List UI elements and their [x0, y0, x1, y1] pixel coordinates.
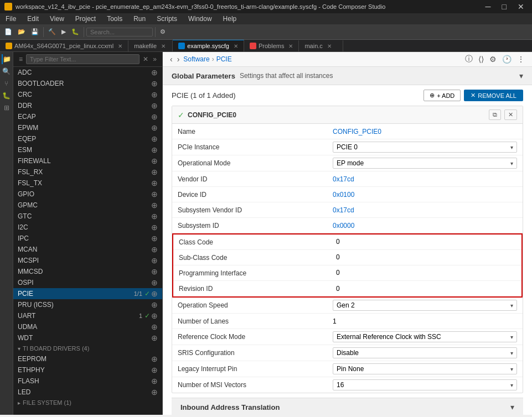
- sidebar-item-ipc[interactable]: IPC ⊕: [13, 233, 162, 244]
- sidebar-add-gpio[interactable]: ⊕: [151, 190, 158, 199]
- minimize-button[interactable]: ─: [482, 2, 494, 11]
- prop-value-subsystem-vendor-id-text[interactable]: 0x17cd: [333, 206, 354, 214]
- sidebar-section-filesystem[interactable]: ▸ FILE SYSTEM (1): [13, 398, 162, 408]
- breadcrumb-software[interactable]: Software: [183, 55, 209, 63]
- tab-makefile[interactable]: makefile ✕: [128, 40, 173, 51]
- sidebar-item-crc[interactable]: CRC ⊕: [13, 89, 162, 100]
- sidebar-item-eeprom[interactable]: EEPROM ⊕: [13, 353, 162, 364]
- menu-tools[interactable]: Tools: [101, 13, 128, 24]
- maximize-button[interactable]: □: [499, 2, 510, 11]
- sidebar-item-bootloader[interactable]: BOOTLOADER ⊕: [13, 78, 162, 89]
- revision-id-input[interactable]: [334, 284, 516, 294]
- prop-value-device-id-text[interactable]: 0x0100: [333, 191, 354, 199]
- menu-edit[interactable]: Edit: [22, 13, 44, 24]
- sidebar-add-crc[interactable]: ⊕: [151, 90, 158, 99]
- sidebar-add-firewall[interactable]: ⊕: [151, 157, 158, 165]
- tab-close-makefile[interactable]: ✕: [161, 43, 166, 49]
- add-pcie-button[interactable]: ⊕ + ADD: [423, 90, 461, 101]
- menu-window[interactable]: Window: [183, 13, 218, 24]
- sidebar-item-ddr[interactable]: DDR ⊕: [13, 100, 162, 111]
- sidebar-add-mcspi[interactable]: ⊕: [151, 256, 158, 265]
- sidebar-add-i2c[interactable]: ⊕: [151, 223, 158, 232]
- sidebar-add-adc[interactable]: ⊕: [151, 68, 158, 77]
- sidebar-add-eqep[interactable]: ⊕: [151, 134, 158, 143]
- menu-file[interactable]: File: [0, 13, 22, 24]
- sidebar-add-esm[interactable]: ⊕: [151, 145, 158, 154]
- sidebar-item-fsl-rx[interactable]: FSL_RX ⊕: [13, 166, 162, 178]
- sub-class-code-input[interactable]: [334, 253, 516, 262]
- menu-project[interactable]: Project: [70, 13, 101, 24]
- class-code-input[interactable]: [334, 237, 516, 247]
- breadcrumb-info-button[interactable]: ⓘ: [463, 54, 474, 64]
- sidebar-item-ospi[interactable]: OSPI ⊕: [13, 277, 162, 288]
- sidebar-item-fsl-tx[interactable]: FSL_TX ⊕: [13, 178, 162, 189]
- toolbar-run[interactable]: ▶: [59, 27, 68, 37]
- sidebar-add-ethphy[interactable]: ⊕: [151, 366, 158, 374]
- sidebar-item-i2c[interactable]: I2C ⊕: [13, 222, 162, 233]
- sidebar-clear-filter[interactable]: ✕: [142, 55, 149, 64]
- sidebar-item-firewall[interactable]: FIREWALL ⊕: [13, 155, 162, 166]
- breadcrumb-forward-button[interactable]: ›: [175, 55, 182, 64]
- toolbar-open[interactable]: 📂: [16, 27, 28, 37]
- sidebar-item-eqep[interactable]: EQEP ⊕: [13, 133, 162, 144]
- sidebar-add-udma[interactable]: ⊕: [151, 322, 158, 331]
- activity-search[interactable]: 🔍: [2, 66, 12, 76]
- close-button[interactable]: ✕: [514, 2, 528, 11]
- activity-git[interactable]: ⑂: [2, 79, 12, 88]
- sidebar-add-fsl-rx[interactable]: ⊕: [151, 168, 158, 176]
- sidebar-collapse-all[interactable]: »: [152, 55, 158, 64]
- sidebar-add-eeprom[interactable]: ⊕: [151, 355, 158, 363]
- remove-all-button[interactable]: ✕ REMOVE ALL: [464, 90, 523, 101]
- sidebar-item-mcan[interactable]: MCAN ⊕: [13, 244, 162, 255]
- sidebar-add-pcie[interactable]: ⊕: [151, 289, 158, 298]
- breadcrumb-code-button[interactable]: ⟨⟩: [477, 54, 485, 64]
- toolbar-save[interactable]: 💾: [29, 27, 41, 37]
- sidebar-add-ddr[interactable]: ⊕: [151, 101, 158, 110]
- prop-value-vendor-id-text[interactable]: 0x17cd: [333, 175, 354, 183]
- reference-clock-mode-select[interactable]: External Reference Clock with SSC ▾: [333, 331, 517, 342]
- tab-close-syscfg[interactable]: ✕: [234, 43, 238, 49]
- sidebar-add-fsl-tx[interactable]: ⊕: [151, 179, 158, 187]
- sidebar-add-pru[interactable]: ⊕: [151, 300, 158, 309]
- tab-main[interactable]: main.c ✕: [299, 40, 343, 51]
- sidebar-item-ecap[interactable]: ECAP ⊕: [13, 111, 162, 122]
- breadcrumb-more-button[interactable]: ⋮: [515, 54, 526, 64]
- window-controls[interactable]: ─ □ ✕: [482, 2, 528, 11]
- toolbar-new[interactable]: 📄: [2, 27, 14, 37]
- sidebar-item-ethphy[interactable]: ETHPHY ⊕: [13, 364, 162, 376]
- sidebar-filter-input[interactable]: [26, 54, 140, 64]
- sidebar-item-gpmc[interactable]: GPMC ⊕: [13, 200, 162, 211]
- tab-ccxml[interactable]: AM64x_S64G0071_pcie_linux.ccxml ✕: [0, 40, 128, 51]
- activity-debug[interactable]: 🐛: [2, 91, 12, 101]
- sidebar-item-esm[interactable]: ESM ⊕: [13, 144, 162, 155]
- sidebar-item-wdt[interactable]: WDT ⊕: [13, 332, 162, 343]
- sidebar-item-pcie[interactable]: PCIE 1/1 ✓ ⊕: [13, 288, 162, 299]
- sidebar-item-adc[interactable]: ADC ⊕: [13, 67, 162, 78]
- toolbar-debug[interactable]: 🐛: [69, 27, 81, 37]
- sidebar-add-mmcsd[interactable]: ⊕: [151, 267, 158, 276]
- tab-close-main[interactable]: ✕: [327, 43, 332, 49]
- breadcrumb-pcie[interactable]: PCIE: [216, 55, 232, 63]
- sidebar-item-flash[interactable]: FLASH ⊕: [13, 376, 162, 387]
- breadcrumb-history-button[interactable]: 🕐: [500, 54, 513, 64]
- menu-scripts[interactable]: Scripts: [151, 13, 183, 24]
- prop-value-name-text[interactable]: CONFIG_PCIE0: [333, 128, 381, 135]
- sidebar-add-gtc[interactable]: ⊕: [151, 212, 158, 221]
- inbound-section-header[interactable]: Inbound Address Translation ▾: [172, 398, 523, 415]
- sidebar-add-ospi[interactable]: ⊕: [151, 278, 158, 287]
- config-delete-button[interactable]: ✕: [504, 110, 517, 120]
- prop-value-subsystem-id-text[interactable]: 0x0000: [333, 222, 354, 230]
- activity-explorer[interactable]: 📁: [2, 54, 12, 64]
- sidebar-hamburger[interactable]: ≡: [18, 55, 24, 64]
- tab-close-problems[interactable]: ✕: [288, 43, 293, 49]
- sidebar-item-epwm[interactable]: EPWM ⊕: [13, 122, 162, 133]
- tab-syscfg[interactable]: example.syscfg ✕: [173, 40, 244, 51]
- sidebar-item-udma[interactable]: UDMA ⊕: [13, 321, 162, 332]
- toolbar-settings[interactable]: ⚙: [158, 27, 168, 37]
- operational-mode-select[interactable]: EP mode ▾: [333, 158, 517, 169]
- programming-interface-input[interactable]: [334, 268, 516, 278]
- msi-vectors-select[interactable]: 16 ▾: [333, 379, 517, 390]
- menu-help[interactable]: Help: [218, 13, 242, 24]
- sidebar-item-mcspi[interactable]: MCSPI ⊕: [13, 255, 162, 266]
- sidebar-add-epwm[interactable]: ⊕: [151, 123, 158, 132]
